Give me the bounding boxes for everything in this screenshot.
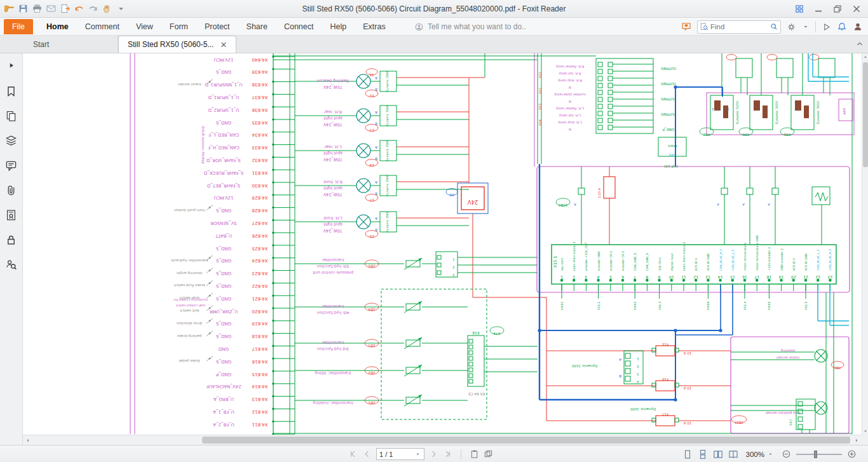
snapshot-icon[interactable] <box>484 449 493 459</box>
scroll-left-icon[interactable] <box>23 435 33 445</box>
single-page-icon[interactable] <box>682 449 693 459</box>
svg-text:A: A <box>742 203 745 207</box>
donate-icon[interactable] <box>681 22 691 32</box>
horizontal-scroll-thumb[interactable] <box>202 437 850 444</box>
redo-icon[interactable] <box>88 3 98 14</box>
svg-text:Dynamic 3600: Dynamic 3600 <box>816 101 820 124</box>
search-person-icon[interactable] <box>5 259 17 271</box>
find-box[interactable] <box>697 20 781 34</box>
user-avatar-icon[interactable] <box>853 22 863 32</box>
vertical-scrollbar[interactable] <box>862 53 868 435</box>
close-tab-icon[interactable]: ✕ <box>220 41 227 49</box>
ribbon-tab-home[interactable]: Home <box>38 18 77 36</box>
last-page-icon[interactable] <box>443 449 452 459</box>
svg-text:N: N <box>569 86 571 90</box>
svg-text:transmitter: transmitter <box>322 304 344 309</box>
svg-text:motor temperature GND: motor temperature GND <box>756 234 759 271</box>
svg-text:encoder GND: encoder GND <box>597 251 600 271</box>
doc-tab-active[interactable]: Still Sted RX50 (5060-5... ✕ <box>118 36 236 53</box>
undo-icon[interactable] <box>74 3 85 14</box>
app-grid-icon[interactable] <box>794 4 804 14</box>
ribbon-tab-file[interactable]: File <box>4 19 33 34</box>
document-page[interactable]: X4:64012V.MCUX4:639GND_SX4:638U_1_NNSPUR… <box>23 53 862 435</box>
book-view-icon[interactable] <box>728 449 738 459</box>
layers-icon[interactable] <box>5 135 17 147</box>
ribbon-tab-extras[interactable]: Extras <box>355 18 393 36</box>
scroll-right-icon[interactable] <box>851 435 862 445</box>
svg-text:transmitter: transmitter <box>322 341 344 345</box>
bookmarks-icon[interactable] <box>5 85 17 97</box>
caret-down-icon[interactable] <box>116 3 126 14</box>
svg-text:X4:625: X4:625 <box>252 246 268 251</box>
comments-icon[interactable] <box>5 160 17 172</box>
zoom-in-icon[interactable] <box>847 449 857 459</box>
open-file-icon[interactable] <box>4 3 15 14</box>
print-icon[interactable] <box>32 3 43 14</box>
attachments-icon[interactable] <box>5 184 17 196</box>
search-input[interactable] <box>710 23 768 31</box>
read-mode-icon[interactable] <box>822 22 831 32</box>
zoom-slider-handle[interactable] <box>814 451 817 458</box>
scroll-up-icon[interactable] <box>862 53 868 61</box>
caret-down-icon[interactable] <box>414 451 421 458</box>
continuous-icon[interactable] <box>698 449 708 459</box>
first-page-icon[interactable] <box>348 449 358 459</box>
next-page-icon[interactable] <box>429 449 438 459</box>
save-icon[interactable] <box>18 3 29 14</box>
scroll-down-icon[interactable] <box>862 427 868 435</box>
minimize-icon[interactable] <box>813 4 824 14</box>
svg-text:travel sender: travel sender <box>177 83 201 86</box>
certificates-icon[interactable] <box>5 209 17 221</box>
zoom-slider-track <box>796 454 842 455</box>
zoom-slider[interactable] <box>796 449 842 459</box>
export-icon[interactable] <box>60 3 71 14</box>
facing-icon[interactable] <box>713 449 723 459</box>
ribbon-tab-share[interactable]: Share <box>238 18 276 36</box>
svg-text:X4:621: X4:621 <box>252 296 268 301</box>
horizontal-scrollbar[interactable] <box>23 435 862 445</box>
svg-text:3: 3 <box>452 273 454 277</box>
svg-text:3,15 A: 3,15 A <box>597 187 601 198</box>
ribbon-tab-protect[interactable]: Protect <box>196 18 238 36</box>
svg-text:GND_S: GND_S <box>215 359 231 364</box>
svg-text:X4:616: X4:616 <box>252 359 268 364</box>
page-number-input[interactable]: 1 / 1 <box>376 448 424 460</box>
svg-text:X4:627: X4:627 <box>252 221 268 226</box>
caret-down-icon[interactable] <box>802 23 810 31</box>
svg-text:X16.3: X16.3 <box>658 302 661 310</box>
security-icon[interactable] <box>5 234 17 246</box>
svg-text:24V: 24V <box>668 153 675 157</box>
ribbon-tab-help[interactable]: Help <box>322 18 355 36</box>
ribbon-tab-form[interactable]: Form <box>161 18 196 36</box>
caret-down-icon[interactable] <box>767 451 774 458</box>
email-icon[interactable] <box>46 3 57 14</box>
expand-panel-icon[interactable] <box>3 57 20 74</box>
svg-text:key start: key start <box>560 258 564 271</box>
vertical-scroll-thumb[interactable] <box>863 62 868 167</box>
svg-text:2B5: 2B5 <box>368 264 375 268</box>
ribbon-tab-view[interactable]: View <box>128 18 161 36</box>
ribbon-tab-comment[interactable]: Comment <box>77 18 128 36</box>
quick-access-toolbar <box>0 3 126 14</box>
svg-text:steering: steering <box>781 348 796 353</box>
zoom-out-icon[interactable] <box>782 449 791 459</box>
gear-icon[interactable] <box>787 22 796 32</box>
svg-text:X4:94: X4:94 <box>707 301 710 310</box>
restore-icon[interactable] <box>832 4 843 14</box>
collapse-ribbon-icon[interactable] <box>855 39 864 50</box>
doc-tab-start[interactable]: Start <box>24 36 118 53</box>
magnifier-icon[interactable] <box>770 22 778 31</box>
hand-tool-icon[interactable] <box>102 3 112 14</box>
zoom-level-select[interactable]: 300% <box>743 451 776 458</box>
svg-text:E7: E7 <box>369 198 374 202</box>
prev-page-icon[interactable] <box>362 449 372 459</box>
pages-icon[interactable] <box>5 110 17 122</box>
ribbon-tab-connect[interactable]: Connect <box>276 18 322 36</box>
tell-me-box[interactable]: Tell me what you want to do.. <box>414 18 526 36</box>
fulltext-search-icon[interactable] <box>700 22 709 31</box>
clipboard-icon[interactable] <box>470 449 479 459</box>
notification-bell-icon[interactable] <box>837 22 847 32</box>
svg-text:number plate lamp: number plate lamp <box>553 92 585 97</box>
close-icon[interactable] <box>851 4 862 14</box>
svg-text:GND_S: GND_S <box>215 120 231 125</box>
